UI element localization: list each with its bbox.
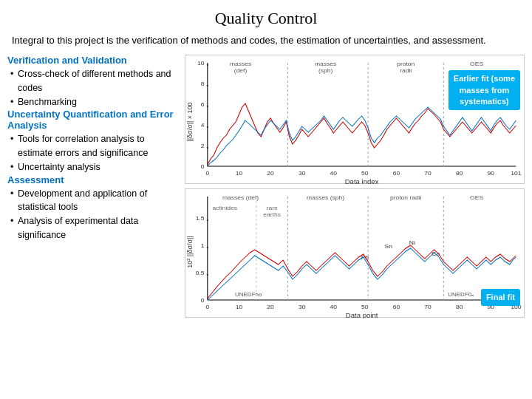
svg-text:8: 8 bbox=[201, 81, 205, 87]
svg-text:10: 10 bbox=[236, 304, 243, 310]
svg-text:50: 50 bbox=[361, 170, 369, 177]
svg-text:0: 0 bbox=[205, 304, 209, 310]
svg-text:Data point: Data point bbox=[346, 312, 378, 318]
svg-text:6: 6 bbox=[201, 101, 205, 108]
intro-text: Integral to this project is the verifica… bbox=[0, 34, 532, 55]
list-item: Tools for correlation analysis to estima… bbox=[10, 132, 177, 160]
svg-text:70: 70 bbox=[424, 304, 432, 310]
svg-text:actinides: actinides bbox=[212, 205, 237, 211]
svg-text:10: 10 bbox=[197, 60, 205, 66]
section-verification-list: Cross-check of different methods and cod… bbox=[7, 67, 177, 109]
svg-text:50: 50 bbox=[361, 304, 369, 310]
list-item: Benchmarking bbox=[10, 95, 177, 109]
list-item: Cross-check of different methods and cod… bbox=[10, 67, 177, 95]
svg-text:90: 90 bbox=[488, 170, 495, 177]
chart-bottom: 10² ||δσ/σ|| 0 0.5 1 1.5 0 10 20 30 40 5… bbox=[185, 188, 525, 318]
svg-text:40: 40 bbox=[330, 170, 338, 177]
svg-text:10: 10 bbox=[236, 170, 243, 177]
list-item: Development and application of statistic… bbox=[10, 187, 177, 215]
chart-bottom-tooltip: Final fit bbox=[481, 289, 520, 306]
chart-bottom-svg: 10² ||δσ/σ|| 0 0.5 1 1.5 0 10 20 30 40 5… bbox=[185, 189, 524, 318]
section-uncertainty-list: Tools for correlation analysis to estima… bbox=[7, 132, 177, 174]
section-verification-heading: Verification and Validation bbox=[7, 55, 177, 66]
list-item: Uncertainty analysis bbox=[10, 160, 177, 174]
svg-text:20: 20 bbox=[267, 170, 274, 177]
svg-text:40: 40 bbox=[330, 304, 338, 310]
svg-text:masses (sph): masses (sph) bbox=[307, 194, 344, 201]
svg-text:70: 70 bbox=[424, 170, 432, 177]
svg-text:101: 101 bbox=[511, 170, 522, 177]
svg-text:0.5: 0.5 bbox=[196, 270, 205, 276]
section-assessment: Assessment Development and application o… bbox=[7, 174, 177, 242]
section-uncertainty-heading: Uncertainty Quantification and Error Ana… bbox=[7, 109, 177, 131]
svg-text:masses (def): masses (def) bbox=[222, 194, 259, 201]
section-uncertainty: Uncertainty Quantification and Error Ana… bbox=[7, 109, 177, 174]
svg-text:UNEDFno: UNEDFno bbox=[235, 291, 262, 298]
svg-text:20: 20 bbox=[267, 304, 274, 310]
svg-text:2: 2 bbox=[201, 143, 205, 149]
chart-top-tooltip: Earlier fit (somemasses fromsystematics) bbox=[449, 70, 520, 110]
svg-text:masses: masses bbox=[315, 61, 336, 67]
svg-text:1: 1 bbox=[201, 242, 205, 249]
chart-top: ||δσ/σ|| × 100 0 2 4 6 8 10 0 10 20 bbox=[185, 55, 525, 184]
svg-text:proton radii: proton radii bbox=[390, 194, 422, 201]
svg-text:radii: radii bbox=[400, 67, 412, 74]
svg-text:80: 80 bbox=[456, 304, 463, 310]
svg-text:||δσ/σ|| × 100: ||δσ/σ|| × 100 bbox=[185, 103, 193, 142]
svg-text:30: 30 bbox=[299, 170, 306, 177]
section-assessment-list: Development and application of statistic… bbox=[7, 187, 177, 242]
section-verification: Verification and Validation Cross-check … bbox=[7, 55, 177, 109]
svg-text:proton: proton bbox=[397, 61, 415, 67]
right-panel: ||δσ/σ|| × 100 0 2 4 6 8 10 0 10 20 bbox=[185, 55, 525, 318]
svg-text:(sph): (sph) bbox=[318, 67, 333, 74]
svg-text:80: 80 bbox=[456, 170, 463, 177]
svg-text:1.5: 1.5 bbox=[196, 215, 205, 222]
svg-text:0: 0 bbox=[201, 297, 205, 304]
list-item: Analysis of experimental data significan… bbox=[10, 214, 177, 242]
left-panel: Verification and Validation Cross-check … bbox=[7, 55, 177, 318]
svg-text:4: 4 bbox=[201, 122, 205, 129]
svg-text:Ni: Ni bbox=[409, 239, 415, 246]
svg-text:30: 30 bbox=[299, 304, 306, 310]
svg-text:masses: masses bbox=[230, 61, 251, 67]
svg-text:60: 60 bbox=[393, 170, 400, 177]
page-title: Quality Control bbox=[0, 0, 532, 34]
svg-text:(def): (def) bbox=[234, 67, 248, 74]
main-layout: Verification and Validation Cross-check … bbox=[0, 55, 532, 318]
svg-text:0: 0 bbox=[205, 170, 209, 177]
svg-text:OES: OES bbox=[470, 194, 483, 201]
svg-text:UNEDF0ₙ: UNEDF0ₙ bbox=[448, 291, 474, 298]
section-assessment-heading: Assessment bbox=[7, 174, 177, 185]
svg-text:Sn: Sn bbox=[385, 243, 393, 250]
svg-text:Data index: Data index bbox=[345, 178, 379, 185]
svg-text:60: 60 bbox=[393, 304, 400, 310]
svg-text:earths: earths bbox=[263, 211, 281, 218]
svg-text:rare: rare bbox=[267, 205, 279, 211]
svg-text:OES: OES bbox=[470, 61, 483, 67]
svg-text:0: 0 bbox=[201, 163, 205, 170]
svg-text:10² ||δσ/σ||: 10² ||δσ/σ|| bbox=[185, 236, 193, 267]
